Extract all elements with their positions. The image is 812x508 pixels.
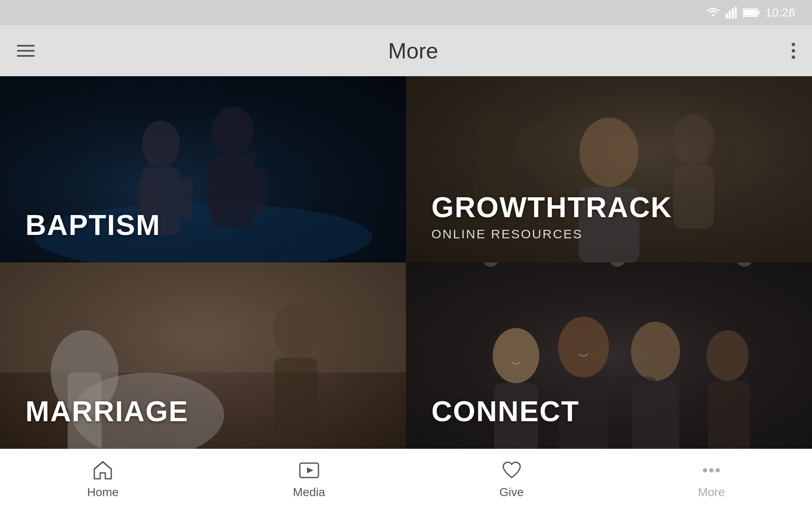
content-grid: BAPTISM GROWTHTRACK ONLI [0,76,812,449]
nav-item-give[interactable]: Give [483,454,541,503]
more-vert-icon[interactable] [792,43,795,59]
more-nav-label: More [698,486,725,499]
media-nav-label: Media [293,486,325,499]
svg-point-49 [709,468,713,472]
marriage-card[interactable]: MARRIAGE [0,262,406,449]
app-bar: More [0,25,812,76]
home-nav-label: Home [87,486,119,499]
marriage-content: MARRIAGE [0,262,406,449]
svg-point-48 [703,468,707,472]
svg-rect-7 [743,10,757,16]
growthtrack-sublabel: ONLINE RESOURCES [431,227,787,241]
baptism-card[interactable]: BAPTISM [0,76,406,262]
more-nav-icon [700,458,723,482]
connect-content: CONNECT [406,262,812,449]
growthtrack-card[interactable]: GROWTHTRACK ONLINE RESOURCES [406,76,812,262]
media-nav-icon [297,458,321,482]
baptism-content: BAPTISM [0,76,406,262]
wifi-icon [705,7,721,19]
signal-icon [726,7,738,19]
connect-card[interactable]: CONNECT [406,262,812,449]
svg-point-50 [716,468,720,472]
baptism-label: BAPTISM [25,208,381,241]
svg-rect-2 [729,11,731,19]
marriage-label: MARRIAGE [25,395,381,428]
nav-item-more[interactable]: More [681,454,742,503]
give-nav-icon [500,458,524,482]
svg-rect-4 [735,7,737,19]
connect-label: CONNECT [431,395,787,428]
app-bar-title: More [388,38,438,64]
nav-item-home[interactable]: Home [70,454,136,503]
svg-rect-1 [726,14,728,19]
svg-marker-47 [307,467,313,473]
svg-marker-0 [711,14,715,17]
svg-rect-3 [732,8,734,19]
bottom-nav: Home Media Give More [0,449,812,508]
status-time: 10:26 [765,6,795,19]
home-nav-icon [91,458,115,482]
svg-rect-6 [758,11,760,14]
hamburger-menu-icon[interactable] [17,45,35,57]
status-bar: 10:26 [0,0,812,25]
battery-icon [743,8,760,17]
growthtrack-label: GROWTHTRACK [431,190,787,224]
nav-item-media[interactable]: Media [276,454,342,503]
growthtrack-content: GROWTHTRACK ONLINE RESOURCES [406,76,812,262]
give-nav-label: Give [499,486,524,499]
